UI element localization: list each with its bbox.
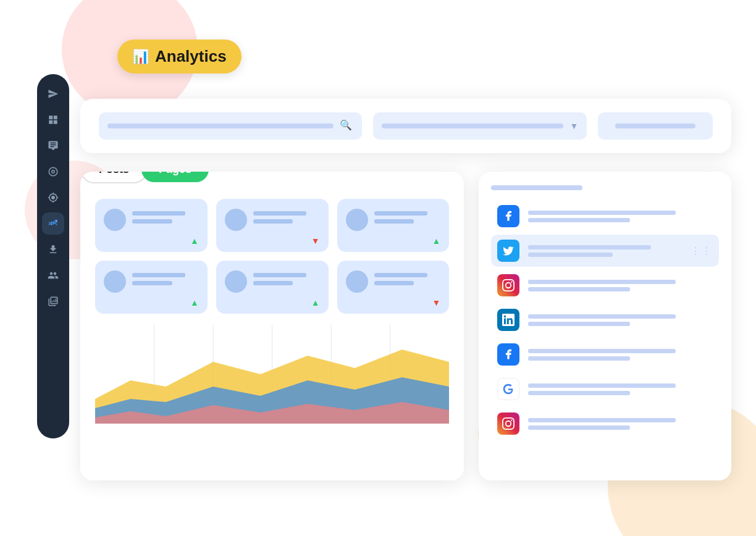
card-lines-6 <box>374 270 441 285</box>
button-line <box>615 124 695 128</box>
dropdown-select[interactable]: ▼ <box>373 112 587 140</box>
card-line <box>374 273 427 277</box>
instagram-icon <box>497 274 519 296</box>
card-line <box>253 273 306 277</box>
social-item-instagram-2[interactable] <box>491 408 719 440</box>
card-top-6 <box>346 270 441 293</box>
social-text-2 <box>528 245 682 257</box>
sidebar <box>37 74 69 438</box>
sidebar-icon-team[interactable] <box>42 264 64 287</box>
linkedin-icon <box>497 309 519 331</box>
social-line <box>528 245 651 249</box>
card-lines-3 <box>374 209 441 224</box>
card-avatar-3 <box>346 209 368 231</box>
dropdown-line <box>382 124 564 128</box>
card-top-1 <box>104 209 199 231</box>
posts-panel: Posts Pages ▲ <box>80 172 464 480</box>
sidebar-icon-download[interactable] <box>42 238 64 261</box>
card-line <box>253 211 306 216</box>
tabs-row: Posts Pages <box>80 172 209 183</box>
card-indicator-4: ▲ <box>104 298 199 308</box>
search-panel: 🔍 ▼ <box>80 99 731 153</box>
card-avatar-5 <box>225 270 247 293</box>
social-line <box>528 287 629 291</box>
social-line <box>528 391 629 395</box>
social-line <box>528 383 676 388</box>
post-card-6[interactable]: ▼ <box>337 261 450 314</box>
post-card-3[interactable]: ▲ <box>337 199 450 252</box>
sidebar-icon-target[interactable] <box>42 186 64 209</box>
tab-posts[interactable]: Posts <box>80 172 148 183</box>
sidebar-icon-comments[interactable] <box>42 135 64 157</box>
analytics-badge-icon: 📊 <box>132 49 149 65</box>
card-top-5 <box>225 270 320 293</box>
card-indicator-2: ▼ <box>225 236 320 246</box>
card-line <box>132 273 185 277</box>
card-indicator-6: ▼ <box>346 298 441 308</box>
card-avatar-1 <box>104 209 126 231</box>
card-line <box>132 219 172 224</box>
social-header-line <box>491 185 582 190</box>
lower-section: Posts Pages ▲ <box>80 172 731 480</box>
card-line <box>132 211 185 216</box>
card-avatar-2 <box>225 209 247 231</box>
sidebar-icon-dashboard[interactable] <box>42 109 64 131</box>
card-indicator-1: ▲ <box>104 236 199 246</box>
analytics-chart <box>95 325 449 424</box>
social-line <box>528 314 676 319</box>
card-line <box>374 281 414 285</box>
social-line <box>528 211 676 215</box>
twitter-icon <box>497 240 519 262</box>
social-line <box>528 280 676 284</box>
search-icon: 🔍 <box>340 119 353 133</box>
cards-grid: ▲ ▼ <box>95 199 449 314</box>
post-card-5[interactable]: ▲ <box>216 261 329 314</box>
post-card-4[interactable]: ▲ <box>95 261 208 314</box>
card-indicator-5: ▲ <box>225 298 320 308</box>
social-item-facebook[interactable] <box>491 200 719 232</box>
social-line <box>528 253 613 257</box>
social-line <box>528 322 629 326</box>
social-text-6 <box>528 383 713 395</box>
card-lines-5 <box>253 270 320 285</box>
card-lines-2 <box>253 209 320 224</box>
social-line <box>528 418 676 422</box>
sidebar-icon-analytics[interactable] <box>42 212 64 235</box>
social-text-3 <box>528 280 713 291</box>
sidebar-icon-library[interactable] <box>42 290 64 312</box>
card-line <box>374 211 427 216</box>
card-line <box>374 219 414 224</box>
card-avatar-6 <box>346 270 368 293</box>
social-item-linkedin[interactable] <box>491 304 719 336</box>
instagram-icon-2 <box>497 412 519 435</box>
analytics-badge-text: Analytics <box>155 47 227 66</box>
drag-handle-icon: ⋮⋮ <box>691 245 713 257</box>
social-line <box>528 425 629 430</box>
sidebar-icon-send[interactable] <box>42 83 64 105</box>
social-item-google[interactable] <box>491 373 719 405</box>
sidebar-icon-network[interactable] <box>42 161 64 183</box>
social-item-facebook-2[interactable] <box>491 338 719 371</box>
post-card-1[interactable]: ▲ <box>95 199 208 252</box>
social-text-1 <box>528 211 713 222</box>
social-item-instagram[interactable] <box>491 269 719 301</box>
post-card-2[interactable]: ▼ <box>216 199 329 252</box>
tab-pages[interactable]: Pages <box>141 172 209 182</box>
card-top-3 <box>346 209 441 231</box>
card-lines-1 <box>132 209 199 224</box>
search-input[interactable]: 🔍 <box>99 112 362 140</box>
social-line <box>528 349 676 353</box>
card-avatar-4 <box>104 270 126 293</box>
main-content: 🔍 ▼ Posts Pages <box>80 62 731 499</box>
facebook-icon <box>497 205 519 227</box>
social-panel: ⋮⋮ <box>479 172 731 480</box>
social-text-7 <box>528 418 713 430</box>
filter-button[interactable] <box>598 112 713 140</box>
card-line <box>253 219 293 224</box>
social-text-4 <box>528 314 713 326</box>
chart-svg <box>95 325 449 424</box>
chevron-down-icon: ▼ <box>569 121 578 131</box>
social-item-twitter[interactable]: ⋮⋮ <box>491 235 719 267</box>
card-top-4 <box>104 270 199 293</box>
social-text-5 <box>528 349 713 361</box>
